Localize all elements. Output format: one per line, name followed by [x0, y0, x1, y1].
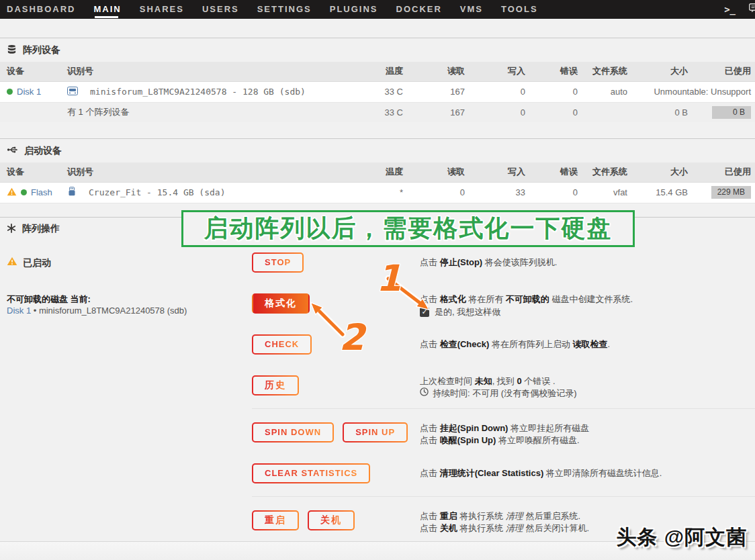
totals-reads: 167	[403, 102, 465, 122]
asterisk-icon	[7, 224, 16, 235]
nav-item-dashboard[interactable]: DASHBOARD	[7, 0, 76, 19]
section-title-label: 阵列设备	[23, 44, 60, 56]
col-header-device: 设备	[0, 62, 67, 81]
disk1-writes: 0	[465, 81, 525, 102]
totals-temp: 33 C	[357, 102, 403, 122]
flash-fs: vfat	[578, 182, 627, 203]
divider	[252, 496, 755, 497]
nav-item-vms[interactable]: VMS	[460, 0, 483, 19]
format-confirm-checkbox[interactable]: ✓	[420, 308, 429, 317]
array-devices-table: 设备 识别号 温度 读取 写入 错误 文件系统 大小 已使用 Disk 1 mi…	[0, 62, 755, 122]
flash-drive-icon	[67, 187, 77, 198]
disk1-temp: 33 C	[357, 81, 403, 102]
parity-duration-label: 持续时间: 不可用 (没有奇偶校验记录)	[433, 387, 577, 400]
col-header-reads: 读取	[403, 62, 465, 81]
col-header-id: 识别号	[67, 62, 357, 81]
unmountable-disk1-link[interactable]: Disk 1	[7, 306, 31, 316]
disk1-unmountable-note: Unmountable: Unsupport	[627, 81, 755, 102]
flash-identification: Cruzer_Fit - 15.4 GB (sda)	[89, 187, 226, 197]
format-button[interactable]: 格式化	[252, 293, 310, 314]
flash-writes: 33	[465, 182, 525, 203]
flash-size: 15.4 GB	[627, 182, 688, 203]
unmountable-disks-label: 不可卸载的磁盘 当前:	[7, 293, 252, 305]
spin-up-description: 点击 唤醒(Spin Up) 将立即唤醒所有磁盘.	[420, 434, 755, 447]
check-description: 点击 检查(Check) 将在所有阵列上启动 读取检查.	[420, 334, 755, 355]
reboot-description: 点击 重启 将执行系统 清理 然后重启系统.	[420, 510, 755, 522]
warning-icon	[7, 252, 17, 273]
flash-errors: 0	[525, 182, 578, 203]
col-header-device: 设备	[0, 162, 67, 182]
spin-down-description: 点击 挂起(Spin Down) 将立即挂起所有磁盘	[420, 422, 755, 434]
shutdown-button[interactable]: 关机	[308, 510, 355, 530]
col-header-writes: 写入	[465, 162, 525, 182]
clear-statistics-button[interactable]: CLEAR STATISTICS	[252, 463, 370, 483]
section-title-label: 启动设备	[24, 145, 62, 157]
unmountable-disk-id: • minisforum_L8TMC9A21240578 (sdb)	[31, 306, 187, 316]
table-header-row: 设备 识别号 温度 读取 写入 错误 文件系统 大小 已使用	[0, 62, 755, 81]
array-totals-label: 有 1 个阵列设备	[67, 102, 357, 122]
col-header-used: 已使用	[688, 62, 755, 81]
disk1-reads: 167	[403, 81, 465, 102]
col-header-temp: 温度	[357, 162, 403, 182]
format-description: 点击 格式化 将在所有 不可卸载的 磁盘中创建文件系统.	[420, 293, 755, 306]
feedback-icon[interactable]	[749, 3, 755, 15]
clear-statistics-description: 点击 清理统计(Clear Statistics) 将立即清除所有磁盘统计信息.	[420, 463, 755, 483]
table-row-disk1: Disk 1 minisforum_L8TMC9A21240578 - 128 …	[0, 81, 755, 102]
table-header-row: 设备 识别号 温度 读取 写入 错误 文件系统 大小 已使用	[0, 162, 755, 182]
disk1-errors: 0	[525, 81, 578, 102]
section-title-label: 阵列操作	[22, 223, 60, 235]
nav-item-main[interactable]: MAIN	[94, 0, 122, 19]
spin-up-button[interactable]: SPIN UP	[343, 422, 408, 442]
reboot-button[interactable]: 重启	[252, 510, 299, 530]
spin-down-button[interactable]: SPIN DOWN	[252, 422, 334, 442]
array-status-label: 已启动	[23, 252, 51, 273]
disk1-link[interactable]: Disk 1	[17, 87, 41, 97]
warning-icon	[7, 187, 17, 198]
table-row-array-totals: 有 1 个阵列设备 33 C 167 0 0 0 B 0 B	[0, 102, 755, 122]
clock-icon	[420, 387, 429, 400]
flash-link[interactable]: Flash	[31, 187, 52, 197]
nav-item-plugins[interactable]: PLUGINS	[330, 0, 378, 19]
array-devices-section-title: 阵列设备	[0, 38, 755, 62]
col-header-size: 大小	[627, 162, 688, 182]
flash-temp: *	[357, 182, 403, 203]
totals-errors: 0	[525, 102, 578, 122]
col-header-fs: 文件系统	[578, 62, 627, 81]
stop-button[interactable]: STOP	[252, 252, 304, 273]
nav-item-tools[interactable]: TOOLS	[501, 0, 538, 19]
col-header-temp: 温度	[357, 62, 403, 81]
stop-description: 点击 停止(Stop) 将会使该阵列脱机.	[420, 252, 755, 273]
flash-used-badge: 229 MB	[711, 186, 751, 199]
array-operations-panel: 已启动 STOP 点击 停止(Stop) 将会使该阵列脱机. 不可卸载的磁盘 当…	[0, 241, 755, 534]
terminal-icon[interactable]: >_	[724, 4, 736, 15]
disk1-identification: minisforum_L8TMC9A21240578 - 128 GB (sdb…	[90, 87, 306, 97]
hdd-icon	[67, 87, 78, 97]
tutorial-banner: 启动阵列以后，需要格式化一下硬盘	[181, 210, 635, 247]
boot-device-section-title: 启动设备	[0, 138, 755, 162]
totals-size: 0 B	[627, 102, 688, 122]
totals-used-badge: 0 B	[712, 106, 751, 119]
database-icon	[7, 44, 17, 56]
nav-item-settings[interactable]: SETTINGS	[257, 0, 312, 19]
last-check-status: 上次检查时间 未知, 找到 0 个错误 .	[420, 375, 755, 387]
col-header-errors: 错误	[525, 162, 578, 182]
tutorial-banner-text: 启动阵列以后，需要格式化一下硬盘	[204, 212, 613, 245]
col-header-fs: 文件系统	[578, 162, 627, 182]
status-dot-green	[7, 89, 13, 95]
check-button[interactable]: CHECK	[252, 334, 312, 355]
watermark: 头条 @阿文菌	[616, 524, 747, 551]
status-dot-green	[21, 189, 27, 195]
nav-item-users[interactable]: USERS	[202, 0, 239, 19]
nav-item-shares[interactable]: SHARES	[140, 0, 184, 19]
disk1-fs: auto	[578, 81, 627, 102]
flash-reads: 0	[403, 182, 465, 203]
divider	[252, 408, 755, 409]
col-header-id: 识别号	[67, 162, 357, 182]
format-confirm-label: 是的, 我想这样做	[435, 306, 500, 318]
history-button[interactable]: 历史	[252, 375, 299, 395]
boot-device-table: 设备 识别号 温度 读取 写入 错误 文件系统 大小 已使用 Flash Cru…	[0, 162, 755, 203]
totals-writes: 0	[465, 102, 525, 122]
col-header-writes: 写入	[465, 62, 525, 81]
col-header-size: 大小	[627, 62, 688, 81]
nav-item-docker[interactable]: DOCKER	[396, 0, 442, 19]
